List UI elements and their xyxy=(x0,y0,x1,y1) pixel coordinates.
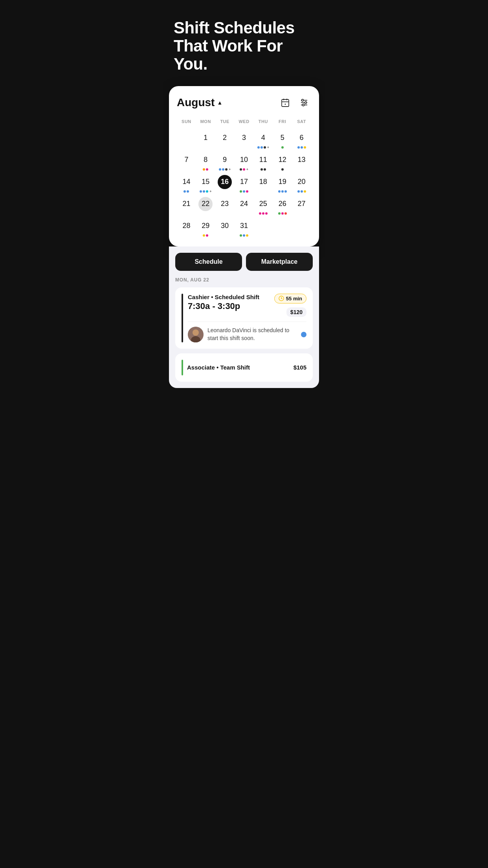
calendar-actions xyxy=(278,96,311,110)
calendar-day[interactable]: 23 xyxy=(215,195,235,217)
svg-point-10 xyxy=(303,104,305,106)
worker-info: Leonardo DaVinci is scheduled to start t… xyxy=(188,327,289,342)
calendar-day[interactable]: 3 xyxy=(235,129,254,151)
second-shift-title: Associate • Team Shift xyxy=(187,364,250,371)
calendar-day[interactable]: 31 xyxy=(235,217,254,239)
shift-card[interactable]: Cashier • Scheduled Shift 7:30a - 3:30p … xyxy=(175,287,313,349)
today-button[interactable] xyxy=(278,96,292,110)
calendar-day[interactable]: 14 xyxy=(177,173,196,195)
svg-point-15 xyxy=(193,329,199,336)
calendar-day[interactable]: 1 xyxy=(196,129,215,151)
calendar-day[interactable]: 20 xyxy=(292,173,311,195)
filter-button[interactable] xyxy=(297,96,311,110)
calendar-day: 0 xyxy=(253,217,273,239)
day-header-mon: MON xyxy=(196,118,215,125)
main-card: August ▲ xyxy=(169,86,319,246)
calendar-day[interactable]: 24 xyxy=(235,195,254,217)
hero-section: Shift Schedules That Work For You. xyxy=(163,0,325,86)
price-badge: $120 xyxy=(286,307,306,317)
calendar-day[interactable]: 21 xyxy=(177,195,196,217)
calendar-day: 0 xyxy=(273,217,292,239)
calendar-day[interactable]: 15 + xyxy=(196,173,215,195)
day-header-fri: FRI xyxy=(273,118,292,125)
day-header-sun: SUN xyxy=(177,118,196,125)
shift-badges: 55 min $120 xyxy=(274,294,306,317)
shift-bar xyxy=(182,294,183,342)
calendar-day[interactable]: 0 xyxy=(177,129,196,151)
duration-text: 55 min xyxy=(286,296,302,302)
marketplace-tab[interactable]: Marketplace xyxy=(246,253,313,271)
calendar-day[interactable]: 9 + xyxy=(215,151,235,173)
calendar-day[interactable]: 26 xyxy=(273,195,292,217)
worker-text: Leonardo DaVinci is scheduled to start t… xyxy=(207,327,289,342)
second-shift-price: $105 xyxy=(294,364,306,371)
calendar-day[interactable]: 7 xyxy=(177,151,196,173)
calendar-day: 0 xyxy=(292,217,311,239)
day-header-tue: TUE xyxy=(215,118,235,125)
shift-details: Cashier • Scheduled Shift 7:30a - 3:30p … xyxy=(188,294,306,342)
calendar-grid: SUN MON TUE WED THU FRI SAT 0 1 2 3 4 + … xyxy=(177,118,311,239)
calendar-day-today[interactable]: 16 xyxy=(215,173,235,195)
second-shift-left: Associate • Team Shift xyxy=(182,360,250,375)
calendar-day[interactable]: 10 + xyxy=(235,151,254,173)
calendar-header: August ▲ xyxy=(177,96,311,110)
calendar-day[interactable]: 13 xyxy=(292,151,311,173)
notification-dot xyxy=(301,332,306,337)
calendar-day[interactable]: 17 xyxy=(235,173,254,195)
calendar-day[interactable]: 8 xyxy=(196,151,215,173)
month-dropdown-arrow: ▲ xyxy=(217,99,222,106)
svg-point-4 xyxy=(285,103,286,105)
month-title[interactable]: August ▲ xyxy=(177,96,222,109)
calendar-day[interactable]: 6 xyxy=(292,129,311,151)
shift-title: Cashier • Scheduled Shift xyxy=(188,294,259,300)
calendar-day[interactable]: 2 xyxy=(215,129,235,151)
day-header-thu: THU xyxy=(253,118,273,125)
calendar-week-4: 21 22 23 24 25 26 27 xyxy=(177,195,311,217)
calendar-week-1: 0 1 2 3 4 + 5 6 xyxy=(177,129,311,151)
day-headers: SUN MON TUE WED THU FRI SAT xyxy=(177,118,311,125)
calendar-week-2: 7 8 9 + 10 + 11 12 13 xyxy=(177,151,311,173)
svg-point-8 xyxy=(302,99,304,101)
green-bar xyxy=(182,360,183,375)
avatar xyxy=(188,327,204,342)
calendar-day[interactable]: 30 xyxy=(215,217,235,239)
clock-icon xyxy=(279,296,284,301)
shift-time: 7:30a - 3:30p xyxy=(188,301,259,311)
calendar-week-3: 14 15 + 16 17 18 19 20 xyxy=(177,173,311,195)
calendar-day[interactable]: 4 + xyxy=(253,129,273,151)
calendar-day[interactable]: 12 xyxy=(273,151,292,173)
second-shift-card[interactable]: Associate • Team Shift $105 xyxy=(175,353,313,382)
calendar-day[interactable]: 11 xyxy=(253,151,273,173)
schedule-tab[interactable]: Schedule xyxy=(175,253,242,271)
calendar-week-5: 28 29 30 31 0 0 0 xyxy=(177,217,311,239)
calendar-day-selected[interactable]: 22 xyxy=(196,195,215,217)
date-label: MON, AUG 22 xyxy=(175,277,313,283)
day-header-wed: WED xyxy=(235,118,254,125)
svg-rect-0 xyxy=(282,99,289,107)
day-header-sat: SAT xyxy=(292,118,311,125)
svg-point-9 xyxy=(305,101,307,103)
worker-row: Leonardo DaVinci is scheduled to start t… xyxy=(188,322,306,342)
calendar-day[interactable]: 29 xyxy=(196,217,215,239)
calendar-day[interactable]: 5 xyxy=(273,129,292,151)
duration-badge: 55 min xyxy=(274,294,306,303)
hero-title: Shift Schedules That Work For You. xyxy=(174,19,314,74)
calendar-day[interactable]: 25 xyxy=(253,195,273,217)
calendar-day[interactable]: 19 xyxy=(273,173,292,195)
bottom-section: Schedule Marketplace MON, AUG 22 Cashier… xyxy=(169,246,319,388)
tab-buttons: Schedule Marketplace xyxy=(175,253,313,271)
calendar-day[interactable]: 18 xyxy=(253,173,273,195)
calendar-day[interactable]: 28 xyxy=(177,217,196,239)
calendar-day[interactable]: 27 xyxy=(292,195,311,217)
